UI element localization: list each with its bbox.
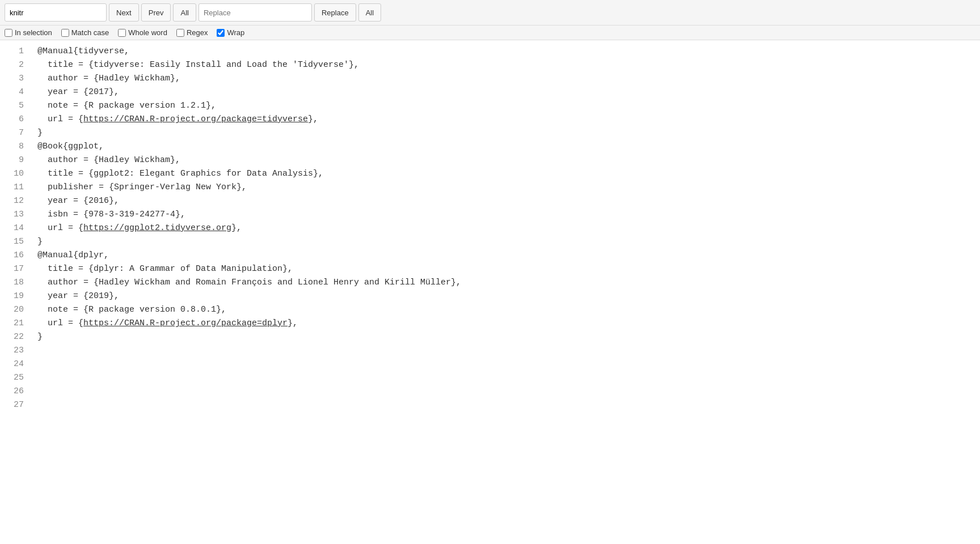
url-link: https://ggplot2.tidyverse.org	[83, 223, 231, 233]
line-number: 5	[9, 99, 24, 113]
line-number: 27	[9, 398, 24, 412]
code-line: url = {https://CRAN.R-project.org/packag…	[37, 317, 975, 330]
code-line: year = {2019},	[37, 290, 975, 303]
replace-all-button[interactable]: All	[358, 3, 381, 22]
line-number: 19	[9, 290, 24, 303]
line-number: 25	[9, 371, 24, 385]
line-number: 24	[9, 358, 24, 371]
code-line: url = {https://ggplot2.tidyverse.org},	[37, 222, 975, 235]
code-line: year = {2017},	[37, 86, 975, 99]
regex-label: Regex	[187, 28, 208, 37]
in-selection-option[interactable]: In selection	[5, 28, 52, 37]
line-number: 16	[9, 249, 24, 262]
code-line: @Manual{dplyr,	[37, 249, 975, 262]
whole-word-option[interactable]: Whole word	[118, 28, 167, 37]
wrap-option[interactable]: Wrap	[217, 28, 244, 37]
match-case-label: Match case	[71, 28, 109, 37]
line-number: 11	[9, 181, 24, 194]
line-number: 15	[9, 235, 24, 249]
options-bar: In selection Match case Whole word Regex…	[0, 26, 980, 40]
line-number: 8	[9, 140, 24, 154]
wrap-checkbox[interactable]	[217, 29, 225, 37]
line-number: 9	[9, 154, 24, 167]
code-area[interactable]: 1234567891011121314151617181920212223242…	[0, 40, 980, 544]
in-selection-label: In selection	[15, 28, 52, 37]
code-line: publisher = {Springer-Verlag New York},	[37, 181, 975, 194]
line-number: 22	[9, 330, 24, 344]
line-number: 17	[9, 262, 24, 276]
url-link: https://CRAN.R-project.org/package=dplyr	[83, 318, 288, 328]
code-content: 1234567891011121314151617181920212223242…	[0, 40, 980, 416]
code-line: title = {dplyr: A Grammar of Data Manipu…	[37, 262, 975, 276]
line-number: 3	[9, 72, 24, 86]
code-line: author = {Hadley Wickham},	[37, 72, 975, 86]
code-line: note = {R package version 0.8.0.1},	[37, 303, 975, 317]
prev-button[interactable]: Prev	[141, 3, 171, 22]
whole-word-label: Whole word	[128, 28, 167, 37]
code-line: }	[37, 126, 975, 140]
code-line: isbn = {978-3-319-24277-4},	[37, 208, 975, 222]
editor-container: Next Prev All Replace All In selection M…	[0, 0, 980, 544]
line-number: 12	[9, 194, 24, 208]
line-number: 23	[9, 344, 24, 358]
line-number: 26	[9, 385, 24, 398]
toolbar: Next Prev All Replace All	[0, 0, 980, 26]
line-number: 18	[9, 276, 24, 290]
next-button[interactable]: Next	[109, 3, 139, 22]
replace-input[interactable]	[198, 3, 312, 22]
whole-word-checkbox[interactable]	[118, 29, 126, 37]
line-number: 13	[9, 208, 24, 222]
code-lines[interactable]: @Manual{tidyverse, title = {tidyverse: E…	[28, 40, 980, 416]
regex-checkbox[interactable]	[176, 29, 184, 37]
line-number: 2	[9, 58, 24, 72]
line-number: 7	[9, 126, 24, 140]
match-case-option[interactable]: Match case	[61, 28, 109, 37]
code-line: note = {R package version 1.2.1},	[37, 99, 975, 113]
replace-button[interactable]: Replace	[314, 3, 356, 22]
code-line: @Book{ggplot,	[37, 140, 975, 154]
url-link: https://CRAN.R-project.org/package=tidyv…	[83, 114, 308, 124]
line-number: 14	[9, 222, 24, 235]
regex-option[interactable]: Regex	[176, 28, 208, 37]
code-line: }	[37, 330, 975, 344]
line-number: 10	[9, 167, 24, 181]
line-numbers: 1234567891011121314151617181920212223242…	[0, 40, 28, 416]
line-number: 21	[9, 317, 24, 330]
code-line: url = {https://CRAN.R-project.org/packag…	[37, 113, 975, 126]
code-line: @Manual{tidyverse,	[37, 45, 975, 58]
code-line: year = {2016},	[37, 194, 975, 208]
code-line: title = {ggplot2: Elegant Graphics for D…	[37, 167, 975, 181]
code-line: author = {Hadley Wickham},	[37, 154, 975, 167]
line-number: 4	[9, 86, 24, 99]
all-button[interactable]: All	[173, 3, 196, 22]
match-case-checkbox[interactable]	[61, 29, 69, 37]
code-line: }	[37, 235, 975, 249]
line-number: 20	[9, 303, 24, 317]
code-line: title = {tidyverse: Easily Install and L…	[37, 58, 975, 72]
line-number: 6	[9, 113, 24, 126]
search-input[interactable]	[5, 3, 107, 22]
in-selection-checkbox[interactable]	[5, 29, 12, 37]
code-line: author = {Hadley Wickham and Romain Fran…	[37, 276, 975, 290]
wrap-label: Wrap	[227, 28, 244, 37]
line-number: 1	[9, 45, 24, 58]
